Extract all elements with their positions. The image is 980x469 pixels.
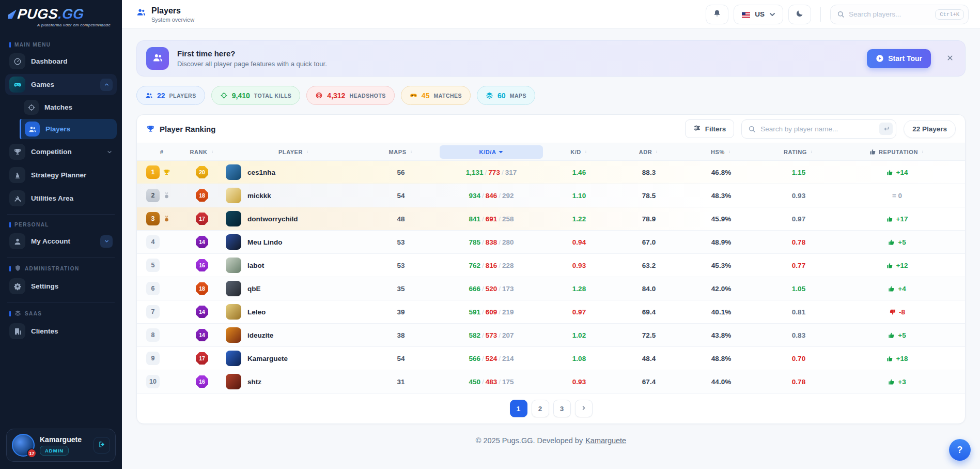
- global-search-input[interactable]: [849, 10, 931, 18]
- column-header-label: ADR: [639, 149, 652, 155]
- column-header-k-d-a[interactable]: K/D/A: [440, 145, 543, 159]
- stat-pill-matches[interactable]: 45MATCHES: [401, 86, 471, 105]
- notifications-button[interactable]: [706, 5, 728, 24]
- player-cell[interactable]: shtz: [226, 374, 362, 389]
- player-cell[interactable]: qbE: [226, 281, 362, 296]
- page-button-2[interactable]: 2: [532, 400, 549, 417]
- kda-cell: 841/691/258: [440, 215, 543, 223]
- table-row[interactable]: 714Leleo39591/609/2190.9769.440.1%0.81-8: [137, 300, 965, 324]
- column-header-rating[interactable]: RATING: [760, 145, 837, 159]
- column-header-reputation[interactable]: REPUTATION: [837, 145, 957, 159]
- table-row[interactable]: 516iabot53762/816/2280.9363.245.3%0.77+1…: [137, 254, 965, 277]
- stat-pill-maps[interactable]: 60MAPS: [477, 86, 535, 105]
- player-cell[interactable]: dontworrychild: [226, 211, 362, 226]
- sidebar-item-settings[interactable]: Settings: [5, 276, 117, 297]
- adr-cell: 84.0: [615, 285, 682, 293]
- rating-value: 0.93: [792, 192, 805, 200]
- table-row[interactable]: 317dontworrychild48841/691/2581.2278.945…: [137, 207, 965, 231]
- next-page-button[interactable]: [575, 400, 593, 417]
- kda-separator: /: [499, 331, 501, 339]
- sidebar-item-clientes[interactable]: Clientes: [5, 321, 117, 342]
- rank-level-badge: 17: [196, 213, 209, 225]
- dark-mode-toggle[interactable]: [788, 5, 811, 24]
- position-badge: 7: [146, 305, 160, 319]
- filters-button[interactable]: Filters: [685, 119, 735, 138]
- player-cell[interactable]: ces1nha: [226, 164, 362, 180]
- sidebar-item-players[interactable]: Players: [20, 119, 117, 139]
- hs-value: 42.0%: [711, 285, 731, 293]
- language-selector[interactable]: US: [734, 5, 783, 24]
- bell-icon: [713, 9, 721, 19]
- table-row[interactable]: 917Kamarguete54566/524/2141.0848.448.8%0…: [137, 347, 965, 370]
- topbar-divider: [820, 7, 821, 22]
- kd-cell: 0.93: [543, 262, 615, 269]
- sidebar-item-matches[interactable]: Matches: [20, 97, 117, 117]
- table-row[interactable]: 414Meu Lindo53785/838/2800.9467.048.9%0.…: [137, 231, 965, 254]
- stat-pill-headshots[interactable]: 4,312HEADSHOTS: [306, 86, 394, 105]
- sidebar-item-competition[interactable]: Competition: [5, 141, 117, 162]
- position-badge: 2: [146, 189, 160, 202]
- page-button-3[interactable]: 3: [553, 400, 571, 417]
- column-header-player[interactable]: PLAYER: [226, 145, 362, 159]
- global-search[interactable]: Ctrl+K: [830, 5, 969, 24]
- footer-developer-link[interactable]: Kamarguete: [585, 436, 626, 445]
- stat-value: 60: [497, 92, 506, 100]
- brand-logo[interactable]: PUGS .GG A plataforma líder em competiti…: [0, 0, 122, 32]
- table-row[interactable]: 1016shtz31450/483/1750.9367.444.0%0.78+3: [137, 370, 965, 394]
- card-title-text: Player Ranking: [160, 125, 215, 133]
- sidebar-item-games[interactable]: Games: [5, 74, 117, 95]
- column-header-adr[interactable]: ADR: [615, 145, 682, 159]
- player-search[interactable]: [741, 119, 896, 139]
- sidebar-divider: [7, 214, 115, 215]
- table-row[interactable]: 120ces1nha561,131/773/3171.4688.346.8%1.…: [137, 161, 965, 184]
- player-avatar: [226, 211, 241, 226]
- hs-cell: 43.8%: [682, 331, 760, 339]
- page-button-1[interactable]: 1: [510, 400, 527, 417]
- player-cell[interactable]: ideuzite: [226, 327, 362, 343]
- kills-value: 582: [469, 331, 480, 339]
- chevron-down-icon[interactable]: [100, 235, 113, 248]
- stat-pill-total-kills[interactable]: 9,410TOTAL KILLS: [211, 86, 301, 105]
- sidebar-item-my-account[interactable]: My Account: [5, 231, 117, 252]
- kd-value: 0.93: [572, 378, 586, 386]
- reputation-number: +17: [896, 215, 908, 223]
- column-header-hs-[interactable]: HS%: [682, 145, 760, 159]
- sidebar-item-label: Games: [31, 81, 95, 88]
- help-button[interactable]: ?: [949, 439, 971, 461]
- stat-pill-players[interactable]: 22PLAYERS: [136, 86, 205, 105]
- player-search-input[interactable]: [760, 125, 875, 133]
- banner-close-button[interactable]: [944, 52, 956, 65]
- logout-button[interactable]: [94, 437, 110, 453]
- user-card[interactable]: 17 Kamarguete ADMIN: [6, 429, 116, 462]
- kda-separator: /: [499, 355, 501, 362]
- table-row[interactable]: 618qbE35666/520/1731.2884.042.0%1.05+4: [137, 277, 965, 300]
- table-row[interactable]: 218mickkk54934/846/2921.1078.548.3%0.93=…: [137, 184, 965, 207]
- sidebar-item-utilities-area[interactable]: Utilities Area: [5, 188, 117, 209]
- reputation-cell: +5: [837, 331, 957, 339]
- kills-value: 934: [469, 192, 480, 200]
- maps-value: 54: [397, 355, 405, 362]
- player-cell[interactable]: Leleo: [226, 304, 362, 320]
- player-cell[interactable]: iabot: [226, 258, 362, 273]
- sidebar-item-dashboard[interactable]: Dashboard: [5, 51, 117, 72]
- assists-value: 258: [502, 215, 514, 223]
- start-tour-button[interactable]: Start Tour: [867, 49, 931, 68]
- maps-cell: 53: [362, 262, 440, 269]
- users-icon: [152, 52, 163, 65]
- player-cell[interactable]: mickkk: [226, 188, 362, 203]
- table-row[interactable]: 814ideuzite38582/573/2071.0272.543.8%0.8…: [137, 324, 965, 347]
- player-cell[interactable]: Meu Lindo: [226, 234, 362, 250]
- column-header-rank[interactable]: RANK: [178, 145, 226, 159]
- kd-value: 1.28: [572, 285, 586, 293]
- rating-cell: 0.70: [760, 355, 837, 362]
- player-cell[interactable]: Kamarguete: [226, 351, 362, 366]
- column-header-maps[interactable]: MAPS: [362, 145, 440, 159]
- maps-cell: 48: [362, 215, 440, 223]
- banner-description: Discover all player page features with a…: [177, 60, 327, 68]
- chevron-down-icon: [768, 10, 776, 19]
- column-header-k-d[interactable]: K/D: [543, 145, 615, 159]
- sidebar-item-strategy-planner[interactable]: Strategy Planner: [5, 164, 117, 186]
- player-name: shtz: [247, 378, 261, 386]
- rating-cell: 1.05: [760, 285, 837, 293]
- chevron-up-icon[interactable]: [100, 79, 113, 91]
